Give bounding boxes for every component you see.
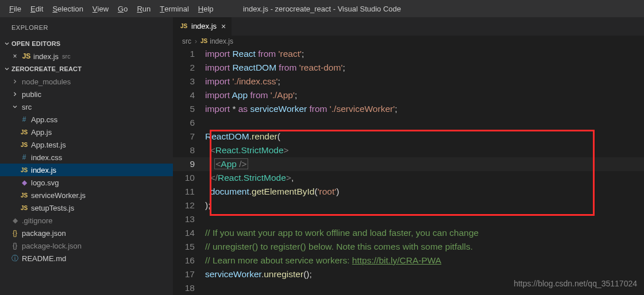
js-icon: JS (18, 205, 30, 211)
tab-bar: JS index.js × (173, 17, 644, 36)
file-index-js[interactable]: JSindex.js (0, 164, 173, 176)
code-line[interactable]: 10 </React.StrictMode>, (173, 171, 644, 185)
file-App-css[interactable]: #App.css (0, 113, 173, 126)
js-icon: JS (18, 142, 30, 148)
file-index-css[interactable]: #index.css (0, 151, 173, 164)
tab-index-js[interactable]: JS index.js × (173, 17, 232, 36)
file-README-md[interactable]: ⓘREADME.md (0, 252, 173, 265)
json-icon: {} (9, 242, 21, 250)
breadcrumb-file[interactable]: index.js (210, 37, 233, 45)
file-serviceWorker-js[interactable]: JSserviceWorker.js (0, 189, 173, 201)
menu-file[interactable]: File (5, 0, 26, 17)
menu-run[interactable]: Run (132, 0, 155, 17)
info-icon: ⓘ (9, 254, 21, 263)
code-line[interactable]: 9 <App /> (173, 157, 644, 171)
code-line[interactable]: 16// Learn more about service workers: h… (173, 254, 644, 267)
code-line[interactable]: 1import React from 'react'; (173, 47, 644, 61)
chevron-down-icon (9, 103, 21, 110)
code-line[interactable]: 11 document.getElementById('root') (173, 185, 644, 199)
menu-edit[interactable]: Edit (26, 0, 48, 17)
menu-selection[interactable]: Selection (48, 0, 87, 17)
editor-area: JS index.js × src › JS index.js 1import … (173, 17, 644, 295)
code-line[interactable]: 3import './index.css'; (173, 75, 644, 88)
file-App-js[interactable]: JSApp.js (0, 126, 173, 138)
menu-view[interactable]: View (88, 0, 113, 17)
js-icon: JS (18, 129, 30, 135)
folder-src[interactable]: src (0, 100, 173, 113)
svg-icon: ◆ (18, 178, 30, 187)
js-icon: JS (179, 23, 189, 29)
breadcrumb-folder[interactable]: src (182, 37, 191, 45)
js-icon: JS (200, 38, 207, 44)
code-line[interactable]: 5import * as serviceWorker from './servi… (173, 102, 644, 116)
tab-label: index.js (191, 22, 217, 30)
chevron-down-icon (2, 40, 11, 47)
close-icon[interactable]: × (221, 22, 226, 31)
chevron-right-icon (9, 78, 21, 85)
chevron-down-icon (2, 65, 11, 72)
code-line[interactable]: 6 (173, 116, 644, 130)
menu-go[interactable]: Go (113, 0, 132, 17)
code-editor[interactable]: 1import React from 'react';2import React… (173, 47, 644, 295)
folder-node_modules[interactable]: node_modules (0, 75, 173, 88)
breadcrumb[interactable]: src › JS index.js (173, 36, 644, 47)
chevron-right-icon: › (195, 37, 197, 45)
js-icon: JS (18, 192, 30, 199)
code-line[interactable]: 2import ReactDOM from 'react-dom'; (173, 61, 644, 75)
file-package-lock-json[interactable]: {}package-lock.json (0, 239, 173, 252)
open-editors-header[interactable]: OPEN EDITORS (0, 37, 173, 50)
code-line[interactable]: 14// If you want your app to work offlin… (173, 226, 644, 240)
explorer-sidebar: EXPLORER OPEN EDITORS ×JSindex.jssrc ZER… (0, 17, 173, 295)
code-line[interactable]: 12); (173, 199, 644, 212)
watermark: https://blog.csdn.net/qq_35117024 (514, 277, 637, 290)
close-icon[interactable]: × (9, 52, 21, 60)
code-line[interactable]: 7ReactDOM.render( (173, 130, 644, 143)
file--gitignore[interactable]: ◆.gitignore (0, 214, 173, 227)
chevron-right-icon (9, 91, 21, 98)
file-App-test-js[interactable]: JSApp.test.js (0, 138, 173, 151)
code-line[interactable]: 8 <React.StrictMode> (173, 143, 644, 157)
file-package-json[interactable]: {}package.json (0, 227, 173, 239)
css-icon: # (18, 153, 30, 161)
file-logo-svg[interactable]: ◆logo.svg (0, 176, 173, 189)
open-editor-item[interactable]: ×JSindex.jssrc (0, 50, 173, 63)
menu-terminal[interactable]: Terminal (155, 0, 194, 17)
js-icon: JS (18, 167, 30, 173)
git-icon: ◆ (9, 216, 21, 224)
code-line[interactable]: 15// unregister() to register() below. N… (173, 240, 644, 254)
file-setupTests-js[interactable]: JSsetupTests.js (0, 201, 173, 214)
code-line[interactable]: 13 (173, 212, 644, 226)
css-icon: # (18, 115, 30, 123)
explorer-title: EXPLORER (0, 17, 173, 37)
json-icon: {} (9, 229, 21, 237)
js-icon: JS (21, 52, 32, 60)
folder-public[interactable]: public (0, 88, 173, 100)
menu-help[interactable]: Help (194, 0, 218, 17)
code-line[interactable]: 4import App from './App'; (173, 88, 644, 102)
menubar: FileEditSelectionViewGoRunTerminalHelp i… (0, 0, 644, 17)
project-header[interactable]: ZEROCREATE_REACT (0, 63, 173, 75)
